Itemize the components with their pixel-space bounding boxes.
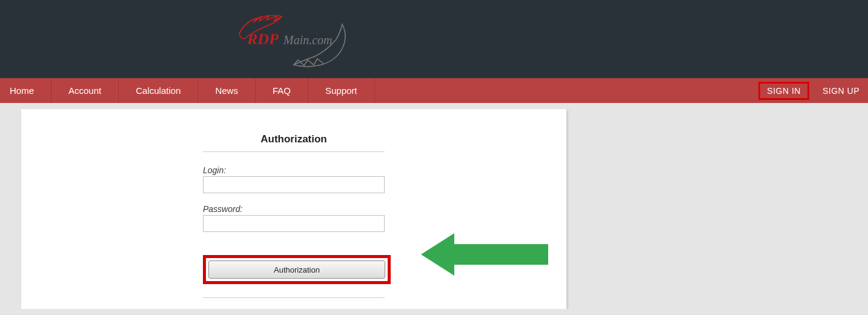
site-header: RDP Main.com	[0, 0, 868, 78]
form-divider	[203, 297, 385, 298]
authorization-button[interactable]: Authorization	[208, 260, 385, 279]
arrow-icon	[421, 233, 548, 278]
site-logo[interactable]: RDP Main.com	[236, 9, 357, 70]
svg-marker-0	[421, 233, 548, 276]
password-input[interactable]	[203, 215, 385, 232]
nav-faq[interactable]: FAQ	[256, 78, 308, 103]
auth-form: Authorization Login: Password: Authoriza…	[203, 133, 385, 298]
content-area: Authorization Login: Password: Authoriza…	[0, 103, 868, 309]
nav-account[interactable]: Account	[51, 78, 119, 103]
nav-calculation[interactable]: Calculation	[119, 78, 198, 103]
main-nav: Home Account Calculation News FAQ Suppor…	[0, 78, 868, 103]
auth-panel: Authorization Login: Password: Authoriza…	[21, 109, 566, 309]
logo-suffix: Main.com	[283, 33, 333, 47]
login-label: Login:	[203, 165, 385, 175]
form-title: Authorization	[203, 133, 385, 152]
nav-home[interactable]: Home	[0, 78, 51, 103]
button-row: Authorization	[203, 255, 385, 284]
button-highlight-box: Authorization	[203, 255, 391, 284]
nav-support[interactable]: Support	[308, 78, 375, 103]
nav-right-group: SIGN IN SIGN UP	[758, 78, 868, 103]
nav-news[interactable]: News	[198, 78, 256, 103]
password-label: Password:	[203, 204, 385, 214]
sign-up-link[interactable]: SIGN UP	[814, 82, 868, 99]
nav-left-group: Home Account Calculation News FAQ Suppor…	[0, 78, 375, 103]
logo-prefix: RDP	[247, 30, 279, 48]
login-input[interactable]	[203, 176, 385, 193]
sign-in-link[interactable]: SIGN IN	[758, 82, 809, 100]
